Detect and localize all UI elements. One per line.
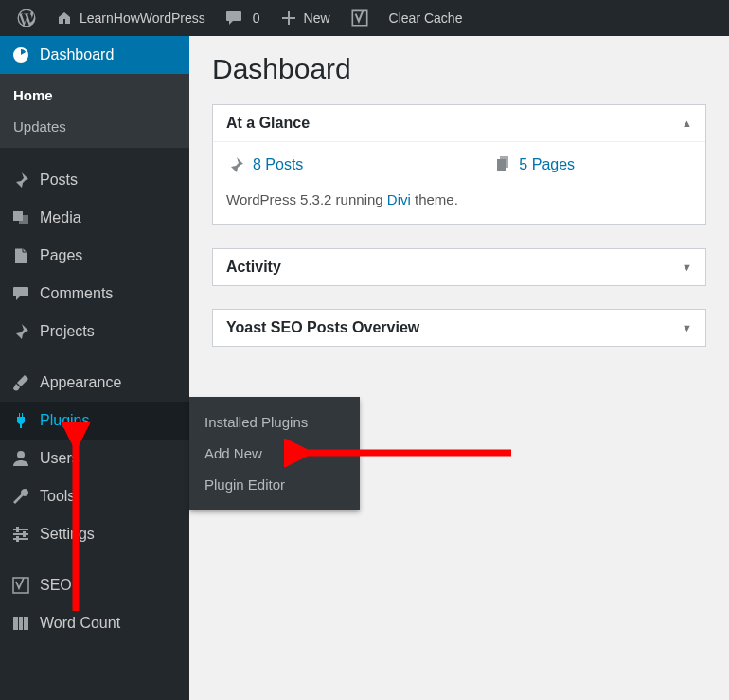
sidebar-item-media[interactable]: Media	[0, 199, 189, 237]
wordcount-icon	[11, 614, 30, 633]
sidebar-item-label: Settings	[40, 526, 95, 543]
tools-icon	[11, 487, 30, 506]
yoast-link[interactable]	[340, 0, 380, 36]
activity-box: Activity ▼	[212, 248, 706, 286]
glance-posts-label: 8 Posts	[253, 156, 303, 173]
activity-title: Activity	[226, 259, 281, 276]
svg-rect-4	[16, 527, 19, 532]
svg-rect-10	[24, 617, 28, 630]
glance-pages-label: 5 Pages	[519, 156, 575, 173]
svg-rect-9	[19, 617, 23, 630]
version-prefix: WordPress 5.3.2 running	[226, 191, 387, 207]
sidebar-item-label: Tools	[40, 488, 75, 505]
sidebar-item-users[interactable]: Users	[0, 440, 189, 477]
sidebar-item-label: Word Count	[40, 615, 120, 632]
sidebar-item-pages[interactable]: Pages	[0, 237, 189, 275]
sidebar-item-seo[interactable]: SEO	[0, 566, 189, 604]
main-content: Dashboard At a Glance ▲ 8 Posts 5 Pages	[189, 36, 729, 700]
svg-rect-1	[13, 529, 28, 530]
svg-rect-5	[23, 531, 26, 537]
at-a-glance-header[interactable]: At a Glance ▲	[213, 105, 705, 142]
page-title: Dashboard	[212, 53, 706, 85]
sidebar-item-label: Media	[40, 209, 81, 226]
svg-rect-6	[16, 536, 19, 542]
sidebar-item-label: SEO	[40, 577, 72, 594]
glance-pages[interactable]: 5 Pages	[492, 155, 575, 174]
comments-count: 0	[253, 10, 260, 26]
activity-header[interactable]: Activity ▼	[213, 249, 705, 285]
wordpress-icon	[17, 9, 36, 27]
sidebar-item-posts[interactable]: Posts	[0, 161, 189, 199]
sidebar-item-projects[interactable]: Projects	[0, 313, 189, 350]
pages-icon	[492, 155, 511, 174]
sidebar-item-appearance[interactable]: Appearance	[0, 364, 189, 402]
sidebar-item-label: Projects	[40, 323, 95, 340]
svg-rect-2	[13, 533, 28, 535]
sidebar-item-comments[interactable]: Comments	[0, 275, 189, 313]
media-icon	[11, 208, 30, 227]
pin-icon	[11, 171, 30, 189]
at-a-glance-title: At a Glance	[226, 115, 310, 132]
wp-version: WordPress 5.3.2 running Divi theme.	[226, 191, 692, 207]
home-icon	[55, 9, 74, 27]
version-suffix: theme.	[411, 191, 458, 207]
yoast-header[interactable]: Yoast SEO Posts Overview ▼	[213, 310, 705, 346]
comment-icon	[224, 9, 243, 27]
page-icon	[11, 246, 30, 265]
admin-sidebar: Dashboard Home Updates Posts Media Pages…	[0, 36, 189, 700]
sidebar-item-label: Pages	[40, 247, 82, 264]
user-icon	[11, 449, 30, 468]
glance-posts[interactable]: 8 Posts	[226, 155, 303, 174]
sidebar-item-tools[interactable]: Tools	[0, 477, 189, 515]
admin-bar: LearnHowWordPress 0 New Clear Cache	[0, 0, 729, 36]
svg-rect-8	[13, 617, 18, 630]
theme-link[interactable]: Divi	[387, 191, 411, 207]
sidebar-item-dashboard[interactable]: Dashboard	[0, 36, 189, 74]
expand-toggle[interactable]: ▼	[682, 261, 692, 273]
pin-icon	[11, 322, 30, 341]
clear-cache-label: Clear Cache	[389, 10, 463, 26]
submenu-updates[interactable]: Updates	[0, 111, 189, 142]
clear-cache[interactable]: Clear Cache	[380, 0, 472, 36]
plugin-icon	[11, 411, 30, 430]
svg-point-0	[17, 451, 25, 458]
new-content[interactable]: New	[270, 0, 340, 36]
wp-logo[interactable]	[8, 0, 45, 36]
dashboard-icon	[11, 45, 30, 64]
yoast-icon	[349, 8, 370, 28]
collapse-toggle[interactable]: ▲	[682, 117, 692, 129]
brush-icon	[11, 373, 30, 392]
submenu-home[interactable]: Home	[0, 80, 189, 111]
at-a-glance-body: 8 Posts 5 Pages WordPress 5.3.2 running …	[213, 142, 705, 224]
settings-icon	[11, 525, 30, 544]
expand-toggle[interactable]: ▼	[682, 322, 692, 333]
at-a-glance-box: At a Glance ▲ 8 Posts 5 Pages WordPress …	[212, 104, 706, 225]
comments-link[interactable]: 0	[215, 0, 270, 36]
pin-icon	[226, 155, 245, 174]
comment-icon	[11, 284, 30, 303]
yoast-icon	[11, 576, 30, 595]
plus-icon	[279, 9, 298, 27]
sidebar-item-plugins[interactable]: Plugins	[0, 402, 189, 440]
sidebar-item-settings[interactable]: Settings	[0, 515, 189, 553]
yoast-box: Yoast SEO Posts Overview ▼	[212, 309, 706, 347]
site-home[interactable]: LearnHowWordPress	[45, 0, 215, 36]
sidebar-item-label: Dashboard	[40, 46, 114, 63]
sidebar-item-label: Posts	[40, 171, 78, 188]
site-name: LearnHowWordPress	[80, 10, 205, 26]
new-label: New	[304, 10, 330, 26]
sidebar-item-word-count[interactable]: Word Count	[0, 604, 189, 642]
dashboard-submenu: Home Updates	[0, 74, 189, 148]
sidebar-item-label: Users	[40, 450, 80, 467]
yoast-title: Yoast SEO Posts Overview	[226, 319, 419, 336]
svg-rect-3	[13, 538, 28, 540]
sidebar-item-label: Plugins	[40, 412, 89, 429]
sidebar-item-label: Comments	[40, 285, 113, 302]
sidebar-item-label: Appearance	[40, 374, 121, 391]
